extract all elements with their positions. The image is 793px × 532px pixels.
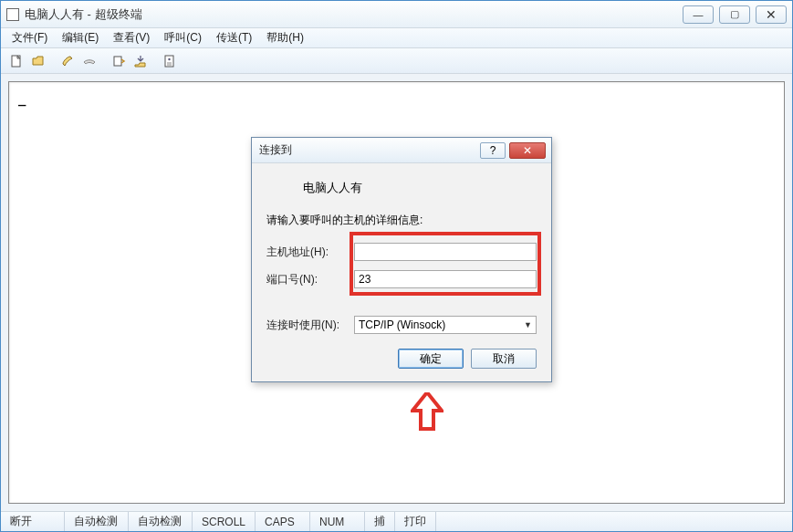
maximize-button[interactable]: ▢ [719, 5, 750, 24]
menu-edit[interactable]: 编辑(E) [55, 28, 106, 47]
receive-icon[interactable] [130, 51, 151, 71]
svg-point-3 [168, 57, 170, 59]
dialog-help-button[interactable]: ? [480, 142, 506, 159]
minimize-button[interactable]: — [683, 5, 714, 24]
chevron-down-icon: ▼ [524, 320, 532, 329]
status-autodetect1: 自动检测 [65, 512, 129, 531]
menu-view[interactable]: 查看(V) [106, 28, 157, 47]
host-address-label: 主机地址(H): [266, 245, 354, 260]
dialog-titlebar: 连接到 ? ✕ [252, 138, 551, 163]
status-autodetect2: 自动检测 [129, 512, 193, 531]
connect-dialog: 连接到 ? ✕ 电脑人人有 请输入要呼叫的主机的详细信息: 主机地址(H): 端… [251, 137, 552, 382]
close-button[interactable]: ✕ [756, 5, 787, 24]
status-connection: 断开 [1, 512, 65, 531]
connection-name: 电脑人人有 [303, 180, 537, 196]
menu-file[interactable]: 文件(F) [5, 28, 55, 47]
new-icon[interactable] [6, 51, 26, 71]
port-number-label: 端口号(N): [266, 272, 354, 287]
port-number-input[interactable] [354, 270, 537, 288]
phone-icon[interactable] [57, 51, 78, 71]
connect-using-value: TCP/IP (Winsock) [359, 318, 445, 331]
toolbar [1, 48, 792, 74]
menu-help[interactable]: 帮助(H) [259, 28, 311, 47]
status-print: 打印 [395, 512, 436, 531]
connect-using-label: 连接时使用(N): [266, 318, 354, 333]
host-address-input[interactable] [354, 243, 537, 261]
window-title: 电脑人人有 - 超级终端 [25, 6, 683, 23]
send-icon[interactable] [109, 51, 129, 71]
connect-using-select[interactable]: TCP/IP (Winsock) ▼ [354, 316, 537, 334]
menu-call[interactable]: 呼叫(C) [157, 28, 209, 47]
status-scroll: SCROLL [193, 512, 256, 531]
ok-button[interactable]: 确定 [398, 349, 464, 369]
menubar: 文件(F) 编辑(E) 查看(V) 呼叫(C) 传送(T) 帮助(H) [1, 28, 792, 48]
dialog-close-button[interactable]: ✕ [509, 142, 546, 159]
window-controls: — ▢ ✕ [683, 5, 787, 24]
open-icon[interactable] [28, 51, 48, 71]
dialog-title: 连接到 [257, 142, 480, 158]
statusbar: 断开 自动检测 自动检测 SCROLL CAPS NUM 捕 打印 [1, 511, 792, 531]
dialog-instruction: 请输入要呼叫的主机的详细信息: [266, 213, 537, 228]
svg-rect-1 [114, 57, 121, 66]
cancel-button[interactable]: 取消 [471, 349, 537, 369]
menu-transfer[interactable]: 传送(T) [209, 28, 259, 47]
terminal-cursor [18, 91, 27, 104]
hangup-icon[interactable] [79, 51, 99, 71]
status-num: NUM [310, 512, 365, 531]
status-capture: 捕 [365, 512, 395, 531]
properties-icon[interactable] [160, 51, 180, 71]
status-caps: CAPS [256, 512, 310, 531]
app-icon [6, 8, 19, 21]
dialog-body: 电脑人人有 请输入要呼叫的主机的详细信息: 主机地址(H): 端口号(N): 连… [252, 163, 551, 381]
titlebar: 电脑人人有 - 超级终端 — ▢ ✕ [1, 1, 792, 28]
